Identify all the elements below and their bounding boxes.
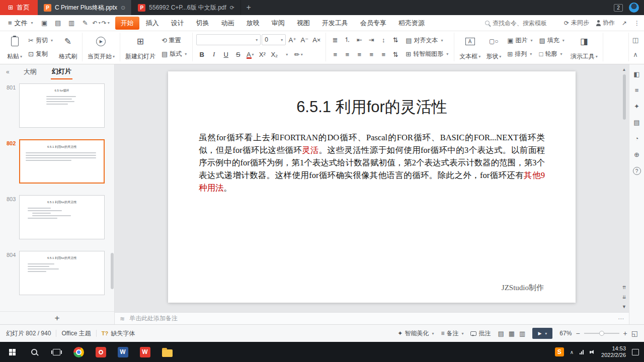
slide-thumbnail-803[interactable]: 803 6.5.1 利用for的灵活性 (0, 195, 114, 239)
superscript-button[interactable]: X² (257, 49, 268, 60)
missing-font-indicator[interactable]: T? 缺失字体 (102, 329, 135, 338)
zoom-slider-knob[interactable] (599, 331, 604, 336)
textbox-button[interactable]: A 文本框▾ (458, 33, 482, 61)
wps-app-button[interactable]: W (134, 342, 156, 362)
resource-tool-icon[interactable]: ⊕ (634, 151, 639, 158)
copy-button[interactable]: ⊡ 复制 (26, 48, 55, 60)
word-app-button[interactable]: W (112, 342, 134, 362)
slide-body-text[interactable]: 虽然for循环看上去和FORTRAN的DO循环、Pascal的FOR循环、BAS… (199, 131, 545, 194)
zoom-in-button[interactable]: + (623, 329, 627, 337)
numbered-list-button[interactable]: ⒈ (342, 34, 353, 45)
comments-button[interactable]: 批注 (470, 329, 491, 338)
cut-button[interactable]: ✂ 剪切 ▾ (26, 34, 55, 46)
next-slide-button[interactable]: ⇊ (622, 295, 626, 300)
layout-tool-icon[interactable]: ▤ (633, 119, 639, 126)
subscript-button[interactable]: X₂ (269, 49, 280, 60)
notes-more-icon[interactable]: ⋯ (618, 315, 624, 322)
previous-slide-button[interactable]: ⇈ (622, 285, 626, 290)
format-brush-button[interactable]: ✎ (79, 19, 92, 27)
ribbon-tab-slideshow[interactable]: 放映 (241, 17, 265, 30)
start-button[interactable] (1, 342, 23, 362)
reset-slide-button[interactable]: ⟲ 重置 (159, 34, 189, 46)
canvas-scrollbar-thumb[interactable] (623, 74, 626, 120)
distribute-button[interactable]: ≡ (378, 49, 389, 60)
notes-bar[interactable]: ≋ 单击此处添加备注 ⋯ (115, 312, 629, 324)
decrease-font-button[interactable]: A⁻ (299, 34, 310, 45)
align-left-button[interactable]: ≡ (330, 49, 341, 60)
shapes-button[interactable]: ▢○ 形状▾ (485, 33, 503, 61)
file-menu[interactable]: ≡ 文件 ▾ (4, 19, 37, 28)
add-slide-button[interactable]: + (0, 311, 114, 324)
file-explorer-button[interactable] (156, 342, 178, 362)
search-input[interactable] (493, 20, 557, 27)
zoom-slider[interactable] (584, 333, 619, 334)
fit-to-window-button[interactable]: ◱ (631, 329, 638, 337)
ribbon-tab-animation[interactable]: 动画 (216, 17, 240, 30)
slide-canvas[interactable]: 6.5.1 利用for的灵活性 虽然for循环看上去和FORTRAN的DO循环、… (115, 64, 629, 312)
slide-credit[interactable]: JZStudio制作 (502, 283, 544, 293)
undo-button[interactable]: ↶▾ (93, 20, 101, 27)
slide-thumbnail-804[interactable]: 804 6.5.1 利用for的灵活性 (0, 251, 114, 295)
presentation-tools-button[interactable]: ◨ 演示工具▾ (569, 33, 599, 61)
animation-tool-icon[interactable]: ◔ (635, 135, 639, 142)
decrease-indent-button[interactable]: ⇤ (354, 34, 365, 45)
collapse-panel-icon[interactable]: « (6, 68, 10, 75)
network-icon[interactable] (580, 349, 584, 354)
collaborate-button[interactable]: 协作 (596, 19, 615, 27)
clear-format-button[interactable]: A× (311, 34, 322, 45)
arrange-button[interactable]: ⊞ 排列 ▾ (505, 48, 534, 60)
paragraph-spacing-button[interactable]: ⇅ (390, 49, 401, 60)
share-button[interactable]: ↗ (622, 20, 627, 27)
normal-view-button[interactable]: ▤ (498, 330, 504, 337)
document-tab-pdf[interactable]: P 556992 C+P...6版 中文版.pdf ⟳ (132, 0, 241, 15)
font-name-select[interactable]: ▾ (196, 34, 261, 45)
fill-button[interactable]: ▨ 填充 ▾ (537, 34, 567, 46)
outline-button[interactable]: □ 轮廓 ▾ (537, 48, 567, 60)
play-from-current-button[interactable]: ▶ 当页开始▾ (86, 33, 116, 61)
align-right-button[interactable]: ≡ (354, 49, 365, 60)
align-center-button[interactable]: ≡ (342, 49, 353, 60)
notes-button[interactable]: ≡ 备注 ▾ (441, 329, 463, 338)
italic-button[interactable]: I (208, 49, 219, 60)
save-button[interactable]: ▣ (38, 19, 51, 27)
play-slideshow-button[interactable]: ▶ ▾ (532, 328, 552, 339)
highlight-button[interactable]: ✏▾ (293, 49, 304, 60)
properties-tool-icon[interactable]: ◧ (633, 70, 639, 78)
font-size-select[interactable]: 0 ▾ (262, 34, 286, 45)
align-text-button[interactable]: ▤ 对齐文本 ▾ (404, 34, 450, 46)
sync-status-button[interactable]: ⟳ 未同步 (564, 19, 589, 27)
strikethrough-button[interactable]: S (232, 49, 244, 60)
theme-name[interactable]: Office 主题 (61, 329, 91, 338)
tab-refresh-icon[interactable]: ⟳ (230, 5, 234, 11)
more-menu-button[interactable]: ⋮ (634, 20, 640, 27)
format-painter-button[interactable]: ✎ 格式刷 (57, 33, 78, 61)
new-slide-button[interactable]: ⊞ 新建幻灯片 (124, 33, 157, 61)
slide-title[interactable]: 6.5.1 利用for的灵活性 (168, 97, 576, 118)
collapse-ribbon-button[interactable]: ∧ (630, 49, 641, 60)
ribbon-tab-view[interactable]: 视图 (291, 17, 315, 30)
bullet-list-button[interactable]: ≣ (330, 34, 341, 45)
tab-outline[interactable]: 大纲 (23, 65, 38, 79)
layout-button[interactable]: ▤ 版式 ▾ (159, 48, 189, 60)
text-effect-button[interactable]: ▾ (281, 49, 292, 60)
line-spacing-button[interactable]: ⇅ (390, 34, 401, 45)
home-button[interactable]: ⊞ 首页 (0, 0, 38, 15)
zoom-out-button[interactable]: − (576, 329, 580, 337)
slide-sorter-view-button[interactable]: ▦ (509, 330, 515, 337)
red-app-button[interactable] (90, 342, 112, 362)
print-button[interactable]: ▥ (65, 19, 78, 27)
increase-indent-button[interactable]: ⇥ (366, 34, 377, 45)
user-avatar[interactable] (629, 3, 639, 13)
beautify-tool-icon[interactable]: ✦ (634, 103, 639, 110)
tab-eye-icon[interactable]: ⊙ (121, 5, 125, 11)
export-button[interactable]: ▤ (52, 19, 64, 27)
ribbon-tab-transitions[interactable]: 切换 (191, 17, 215, 30)
input-method-icon[interactable]: S (555, 347, 564, 356)
panel-scrollbar-thumb[interactable] (111, 253, 114, 289)
ribbon-tab-docer[interactable]: 稻壳资源 (393, 17, 430, 30)
zoom-percent[interactable]: 67% (559, 330, 572, 337)
ribbon-tab-design[interactable]: 设计 (166, 17, 190, 30)
convert-smartart-button[interactable]: ⊞ 转智能图形 ▾ (404, 48, 450, 60)
ribbon-tab-insert[interactable]: 插入 (140, 17, 165, 30)
clock[interactable]: 14:53 2022/2/26 (601, 345, 626, 358)
